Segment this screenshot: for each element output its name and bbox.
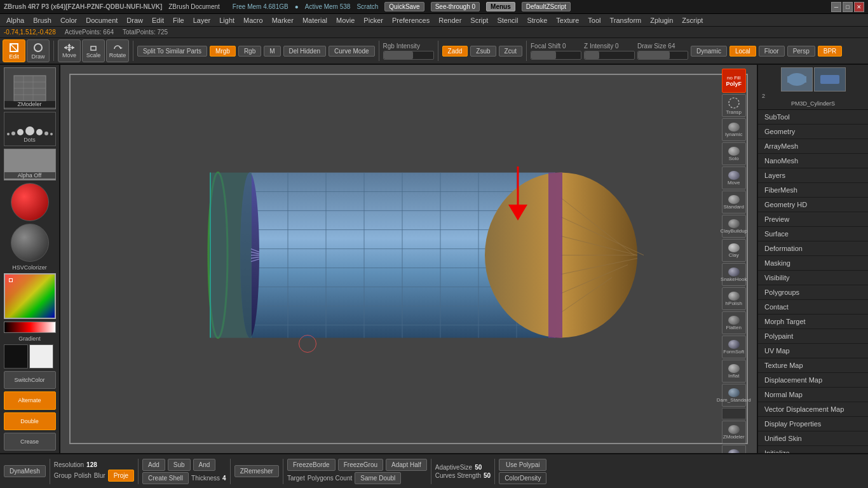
zadd-button[interactable]: Zadd bbox=[442, 46, 468, 57]
clay-btn[interactable]: Clay bbox=[722, 239, 746, 262]
proje-button[interactable]: Proje bbox=[108, 470, 134, 482]
defaultzscript-button[interactable]: DefaultZScript bbox=[522, 2, 571, 11]
use-polypaint-button[interactable]: Use Polypai bbox=[499, 459, 546, 471]
dynamic-icon-btn[interactable]: Iynamic bbox=[722, 118, 746, 141]
menu-zplugin[interactable]: Zplugin bbox=[646, 15, 677, 25]
subtool-thumb-2[interactable] bbox=[814, 67, 846, 92]
local-button[interactable]: Local bbox=[729, 46, 756, 57]
rmenu-initialize[interactable]: Initialize bbox=[758, 446, 868, 453]
menu-color[interactable]: Color bbox=[57, 15, 81, 25]
rmenu-display-properties[interactable]: Display Properties bbox=[758, 417, 868, 431]
menu-macro[interactable]: Macro bbox=[240, 15, 267, 25]
menu-alpha[interactable]: Alpha bbox=[3, 15, 28, 25]
adapt-half-button[interactable]: Adapt Half bbox=[386, 459, 427, 471]
crease-button[interactable]: Crease bbox=[4, 433, 56, 451]
rmenu-deformation[interactable]: Deformation bbox=[758, 241, 868, 256]
light-swatch[interactable] bbox=[29, 344, 53, 369]
rmenu-fibermesh[interactable]: FiberMesh bbox=[758, 183, 868, 198]
zremesher-button[interactable]: ZRemesher bbox=[234, 465, 279, 477]
rmenu-surface[interactable]: Surface bbox=[758, 227, 868, 241]
subtool-thumb-1[interactable] bbox=[781, 67, 813, 92]
menu-picker[interactable]: Picker bbox=[360, 15, 387, 25]
menu-edit[interactable]: Edit bbox=[148, 15, 168, 25]
rmenu-geometry-hd[interactable]: Geometry HD bbox=[758, 198, 868, 212]
rmenu-vector-displacement-map[interactable]: Vector Displacement Map bbox=[758, 402, 868, 417]
menu-preferences[interactable]: Preferences bbox=[388, 15, 433, 25]
bpr-button[interactable]: BPR bbox=[818, 46, 843, 57]
gradient-bar[interactable] bbox=[4, 322, 56, 333]
menu-document[interactable]: Document bbox=[82, 15, 121, 25]
menu-marker[interactable]: Marker bbox=[268, 15, 297, 25]
rgb-button[interactable]: Rgb bbox=[238, 46, 261, 57]
freeze-group-button[interactable]: FreezeGrou bbox=[338, 459, 383, 471]
rmenu-polypaint[interactable]: Polypaint bbox=[758, 329, 868, 344]
sub-button[interactable]: Sub bbox=[168, 459, 191, 471]
same-doubl-button[interactable]: Same Doubl bbox=[355, 472, 401, 484]
menu-brush[interactable]: Brush bbox=[29, 15, 55, 25]
menu-transform[interactable]: Transform bbox=[606, 15, 646, 25]
hsv-ball[interactable] bbox=[11, 224, 49, 262]
switch-color-button[interactable]: SwitchColor bbox=[4, 371, 56, 389]
transp-icon-btn[interactable]: Transp bbox=[722, 94, 746, 117]
claybuildup-btn[interactable]: ClayBuildup bbox=[722, 215, 746, 238]
rmenu-nanomesh[interactable]: NanoMesh bbox=[758, 154, 868, 168]
viewport[interactable]: no Fill PolyF Transp Iynamic Solo Move bbox=[60, 65, 757, 453]
z-intensity-slider[interactable] bbox=[584, 51, 635, 60]
menu-zscript[interactable]: Zscript bbox=[678, 15, 707, 25]
no-fill-icon[interactable]: no Fill PolyF bbox=[722, 69, 746, 93]
rmenu-displacement-map[interactable]: Displacement Map bbox=[758, 373, 868, 388]
rmenu-polygroups[interactable]: Polygroups bbox=[758, 285, 868, 300]
menu-movie[interactable]: Movie bbox=[332, 15, 358, 25]
inflat-btn[interactable]: Inflat bbox=[722, 360, 746, 383]
menus-button[interactable]: Menus bbox=[486, 2, 515, 11]
menu-tool[interactable]: Tool bbox=[584, 15, 604, 25]
and-button[interactable]: And bbox=[193, 459, 216, 471]
persp-button[interactable]: Persp bbox=[787, 46, 815, 57]
menu-file[interactable]: File bbox=[169, 15, 188, 25]
del-hidden-button[interactable]: Del Hidden bbox=[283, 46, 326, 57]
maximize-button[interactable]: □ bbox=[843, 2, 853, 12]
standard-btn[interactable]: Standard bbox=[722, 191, 746, 214]
rotate-button[interactable]: Rotate bbox=[106, 39, 129, 62]
zmodeler-view-box[interactable] bbox=[722, 408, 746, 419]
add-button[interactable]: Add bbox=[142, 459, 165, 471]
menu-light[interactable]: Light bbox=[215, 15, 238, 25]
dam-standard-btn[interactable]: Dam_Standard bbox=[722, 384, 746, 407]
menu-script[interactable]: Script bbox=[466, 15, 492, 25]
focal-shift-slider[interactable] bbox=[531, 51, 581, 60]
close-button[interactable]: ✕ bbox=[854, 2, 864, 12]
flatten-btn[interactable]: Flatten bbox=[722, 311, 746, 334]
rmenu-masking[interactable]: Masking bbox=[758, 256, 868, 271]
menu-stroke[interactable]: Stroke bbox=[523, 15, 551, 25]
dynamesh-button[interactable]: DynaMesh bbox=[4, 465, 46, 477]
zmodeler-view-btn[interactable]: ZModeler bbox=[722, 421, 746, 444]
edit-button[interactable]: Edit bbox=[3, 39, 25, 62]
rmenu-geometry[interactable]: Geometry bbox=[758, 125, 868, 139]
rmenu-morph-target[interactable]: Morph Target bbox=[758, 315, 868, 329]
alpha-swatch[interactable]: Alpha Off bbox=[4, 149, 56, 180]
quicksave-button[interactable]: QuickSave bbox=[384, 2, 424, 11]
menu-texture[interactable]: Texture bbox=[552, 15, 583, 25]
rmenu-preview[interactable]: Preview bbox=[758, 212, 868, 227]
m-button[interactable]: M bbox=[264, 46, 280, 57]
mrgb-button[interactable]: Mrgb bbox=[210, 46, 236, 57]
rmenu-visibility[interactable]: Visibility bbox=[758, 271, 868, 285]
move-topologics-btn[interactable]: Move_Topologics bbox=[722, 445, 746, 453]
rmenu-texture-map[interactable]: Texture Map bbox=[758, 358, 868, 373]
freeze-border-button[interactable]: FreezeBorde bbox=[287, 459, 336, 471]
dynamic-button[interactable]: Dynamic bbox=[691, 46, 727, 57]
rmenu-normal-map[interactable]: Normal Map bbox=[758, 388, 868, 402]
menu-render[interactable]: Render bbox=[435, 15, 465, 25]
move-button[interactable]: Move bbox=[58, 39, 81, 62]
color-picker[interactable] bbox=[4, 273, 56, 319]
split-to-similar-button[interactable]: Split To Similar Parts bbox=[137, 46, 207, 57]
double-button[interactable]: Double bbox=[4, 412, 56, 430]
zsub-button[interactable]: Zsub bbox=[470, 46, 496, 57]
solo-icon-btn[interactable]: Solo bbox=[722, 142, 746, 165]
rmenu-unified-skin[interactable]: Unified Skin bbox=[758, 431, 868, 446]
hpolish-btn[interactable]: hPolish bbox=[722, 287, 746, 310]
rmenu-subtool[interactable]: SubTool bbox=[758, 110, 868, 125]
menu-draw[interactable]: Draw bbox=[123, 15, 147, 25]
snakehook-btn[interactable]: SnakeHook bbox=[722, 263, 746, 286]
zcut-button[interactable]: Zcut bbox=[499, 46, 522, 57]
